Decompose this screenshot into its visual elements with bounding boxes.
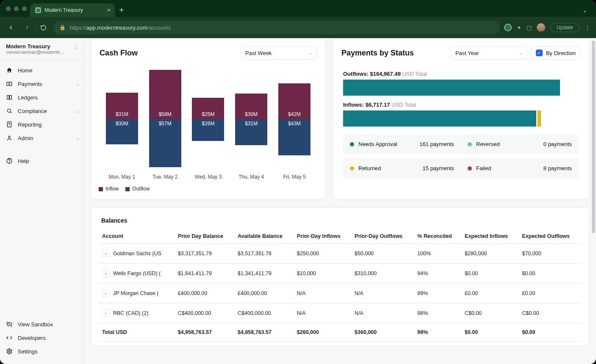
expand-row-icon[interactable]: › [102,250,110,257]
sidebar-item-help[interactable]: Help [0,154,83,168]
column-header[interactable]: Prior-Day Outflows [351,229,414,244]
status-name: Failed [476,165,491,171]
expand-row-icon[interactable]: › [102,270,110,277]
sidebar-item-payments[interactable]: Payments ⌄ [0,77,83,91]
x-axis-label: Thu, May 4 [235,174,267,180]
select-value: Past Year [455,50,479,56]
column-header[interactable]: Account [99,229,175,244]
table-cell: $10,000 [294,264,351,284]
svg-point-7 [8,136,10,138]
browser-window: ▥ Modern Treasury × + ⌄ 🔒 https://app.mo… [0,0,596,364]
table-cell: ›RBC (CAD) (2) [99,303,175,323]
payments-range-select[interactable]: Past Year ⌄ [451,46,527,60]
table-cell: $0.00 [518,264,581,284]
table-cell: $50,000 [351,244,414,264]
card-payments-by-status: Payments by Status Past Year ⌄ ✓ By Dire… [333,38,589,200]
table-cell: 94% [414,264,461,284]
column-header[interactable]: % Reconciled [414,229,461,244]
sidebar-item-compliance[interactable]: Compliance ⌄ [0,104,83,118]
new-tab-button[interactable]: + [115,6,128,17]
table-cell: $310,000 [351,264,414,284]
extensions-menu-icon[interactable]: ✦ [517,25,521,31]
sidebar-item-label: Developers [18,335,46,341]
expand-row-icon[interactable]: › [102,290,110,297]
table-cell: $1,341,411.79 [234,264,294,284]
main-content: Cash Flow Past Week ⌄ $31M$30M$58M$57M$2… [84,38,596,364]
status-cell[interactable]: Failed8 payments [461,158,579,178]
table-cell: C$0.00 [461,303,519,323]
status-name: Needs Approval [358,141,397,147]
column-header[interactable]: Prior-Day Inflows [294,229,351,244]
org-switcher[interactable]: Modern Treasury connor.lanman@moderntr… … [0,38,83,60]
status-cell[interactable]: Needs Approval161 payments [343,134,461,158]
status-cell[interactable]: Returned15 payments [343,158,461,178]
table-cell: $360,000 [351,323,414,342]
status-count: 161 payments [419,141,454,147]
status-count: 0 payments [543,141,572,147]
back-button[interactable] [5,22,17,33]
url-bar[interactable]: 🔒 https://app.moderntreasury.com/account… [53,21,500,34]
sidebar-item-view-sandbox[interactable]: View Sandbox [0,317,83,331]
column-header[interactable]: Available Balance [234,229,294,244]
outflow-bar-segment: $26M [192,119,224,141]
status-dot-icon [350,142,354,146]
sidebar-item-label: View Sandbox [18,321,53,328]
sidebar-item-admin[interactable]: Admin ⌄ [0,131,83,145]
close-tab-icon[interactable]: × [107,7,111,14]
reload-button[interactable] [37,22,49,33]
column-header[interactable]: Prior Day Balance [175,229,234,244]
close-window-icon[interactable] [6,6,11,11]
panel-icon[interactable]: ▢ [527,25,532,31]
profile-avatar-icon[interactable] [537,23,545,32]
cashflow-bar: $30M$31M [235,68,267,170]
window-controls [3,0,30,17]
column-header[interactable]: Expected Inflows [461,229,519,244]
chevron-down-icon: ⌄ [75,135,79,141]
reporting-icon [6,121,13,128]
inflow-bar-segment: $25M [192,98,224,119]
svg-line-3 [10,112,11,113]
expand-row-icon[interactable]: › [102,309,110,317]
column-header[interactable]: Expected Outflows [518,229,581,244]
gear-icon [6,348,13,355]
user-email: connor.lanman@moderntr… [6,50,64,55]
scrollbar[interactable] [592,41,595,361]
table-row[interactable]: ›JP Morgan Chase (£400,000.00£400,000.00… [99,284,581,303]
minimize-window-icon[interactable] [14,6,19,11]
code-icon [6,334,13,341]
sidebar-item-developers[interactable]: Developers [0,331,83,345]
maximize-window-icon[interactable] [22,6,27,11]
org-switcher-icon: ˄˅ [75,47,78,52]
extension-icon[interactable] [504,24,512,31]
status-cell[interactable]: Reversed0 payments [461,134,579,158]
forward-button[interactable] [21,22,33,33]
inflow-bar-segment: $42M [278,83,310,119]
cashflow-range-select[interactable]: Past Week ⌄ [241,46,317,60]
table-cell: $4,958,763.57 [175,323,234,342]
table-cell: C$0.00 [518,303,581,323]
sidebar-item-reporting[interactable]: Reporting [0,118,83,131]
table-row[interactable]: ›RBC (CAD) (2)C$400,000.00C$400,000.00N/… [99,303,581,323]
select-value: Past Week [245,50,272,56]
browser-update-button[interactable]: Update [550,23,579,32]
sidebar-item-ledgers[interactable]: Ledgers [0,91,83,104]
table-cell: ›JP Morgan Chase ( [99,284,175,303]
x-axis-label: Tue, May 2 [149,174,181,180]
sidebar-item-home[interactable]: Home [0,63,83,77]
card-title: Cash Flow [100,49,138,58]
table-row[interactable]: ›Wells Fargo (USD) ($1,641,411.79$1,341,… [99,264,581,284]
inflow-bar-segment: $30M [235,94,267,119]
cashflow-bar: $58M$57M [149,68,181,170]
by-direction-checkbox[interactable]: ✓ By Direction [531,46,580,60]
table-cell: Total USD [99,323,175,342]
inflow-bar-segment: $58M [149,70,181,119]
table-cell: N/A [351,303,414,323]
sidebar-item-settings[interactable]: Settings [0,345,83,358]
browser-tab[interactable]: ▥ Modern Treasury × [30,3,115,17]
tab-overflow-icon[interactable]: ⌄ [577,7,593,17]
browser-menu-icon[interactable]: ⋮ [585,25,591,31]
status-dot-icon [468,142,472,146]
outflow-bar-segment: $57M [149,119,181,167]
table-row[interactable]: ›Goldman Sachs (US$3,317,351.78$3,517,35… [99,244,581,264]
sidebar-footer: View Sandbox Developers Settings [0,314,83,364]
